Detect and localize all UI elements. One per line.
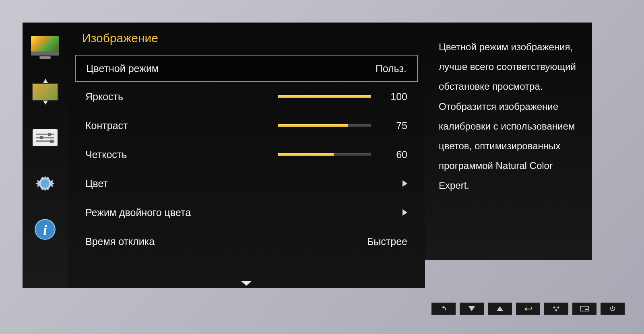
- chevron-right-icon: [402, 209, 407, 216]
- svg-rect-7: [585, 309, 588, 310]
- setting-color[interactable]: Цвет: [75, 169, 418, 198]
- svg-point-3: [553, 307, 555, 309]
- setting-response-time[interactable]: Время отклика Быстрее: [75, 227, 418, 256]
- setting-brightness[interactable]: Яркость 100: [75, 82, 418, 111]
- setting-value: Польз.: [376, 63, 407, 74]
- sharpness-slider[interactable]: [278, 153, 371, 156]
- setting-value: Быстрее: [367, 236, 407, 247]
- hw-down-button[interactable]: [460, 303, 484, 315]
- section-title: Изображение: [68, 31, 425, 55]
- osd-container: i Изображение Цветной режим Польз. Яркос…: [23, 23, 592, 288]
- hw-power-button[interactable]: [601, 303, 625, 315]
- hardware-button-bar: [431, 303, 625, 315]
- setting-sharpness[interactable]: Четкость 60: [75, 140, 418, 169]
- brightness-slider[interactable]: [278, 95, 371, 98]
- contrast-slider[interactable]: [278, 124, 371, 127]
- sidebar-picture-icon[interactable]: [30, 34, 60, 58]
- setting-contrast[interactable]: Контраст 75: [75, 111, 418, 140]
- setting-label: Контраст: [85, 120, 128, 132]
- svg-point-5: [555, 309, 557, 311]
- help-text: Цветной режим изображения, лучше всего с…: [439, 37, 580, 196]
- setting-dual-color[interactable]: Режим двойного цвета: [75, 198, 418, 227]
- sidebar-display-adjust-icon[interactable]: [30, 80, 60, 104]
- setting-label: Цвет: [85, 178, 108, 190]
- setting-label: Яркость: [85, 91, 123, 103]
- svg-text:i: i: [43, 222, 47, 238]
- chevron-right-icon: [402, 180, 407, 187]
- main-panel: Изображение Цветной режим Польз. Яркость…: [68, 23, 425, 288]
- hw-source-button[interactable]: [572, 303, 597, 315]
- hw-enter-button[interactable]: [516, 303, 540, 315]
- settings-list: Цветной режим Польз. Яркость 100 Контрас…: [68, 55, 425, 256]
- setting-value: 100: [383, 91, 407, 103]
- sidebar-sliders-icon[interactable]: [30, 126, 60, 150]
- hw-back-button[interactable]: [431, 303, 456, 315]
- hw-menu-button[interactable]: [544, 303, 568, 315]
- setting-label: Режим двойного цвета: [85, 207, 191, 219]
- scroll-down-icon[interactable]: [241, 281, 252, 286]
- sidebar-info-icon[interactable]: i: [30, 217, 60, 241]
- setting-label: Время отклика: [85, 236, 155, 247]
- setting-value: 60: [383, 149, 407, 161]
- help-panel: Цветной режим изображения, лучше всего с…: [425, 23, 592, 260]
- setting-label: Цветной режим: [86, 63, 159, 74]
- hw-up-button[interactable]: [488, 303, 512, 315]
- sidebar-settings-gear-icon[interactable]: [30, 171, 60, 196]
- setting-value: 75: [383, 120, 407, 132]
- svg-point-4: [557, 307, 559, 309]
- setting-color-mode[interactable]: Цветной режим Польз.: [75, 55, 418, 82]
- sidebar: i: [23, 23, 68, 288]
- setting-label: Четкость: [85, 149, 127, 161]
